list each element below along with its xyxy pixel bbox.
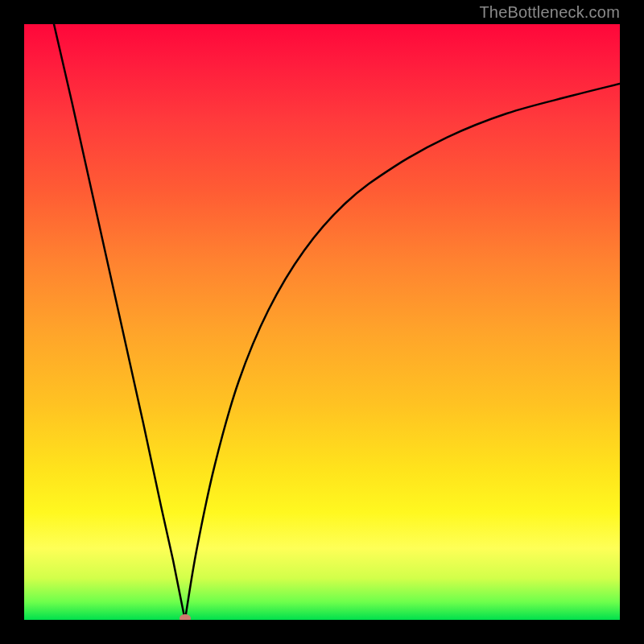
watermark-text: TheBottleneck.com xyxy=(479,3,620,22)
plot-area xyxy=(24,24,620,620)
minimum-marker xyxy=(180,614,191,620)
bottleneck-curve xyxy=(24,24,620,620)
outer-frame: TheBottleneck.com xyxy=(0,0,644,644)
